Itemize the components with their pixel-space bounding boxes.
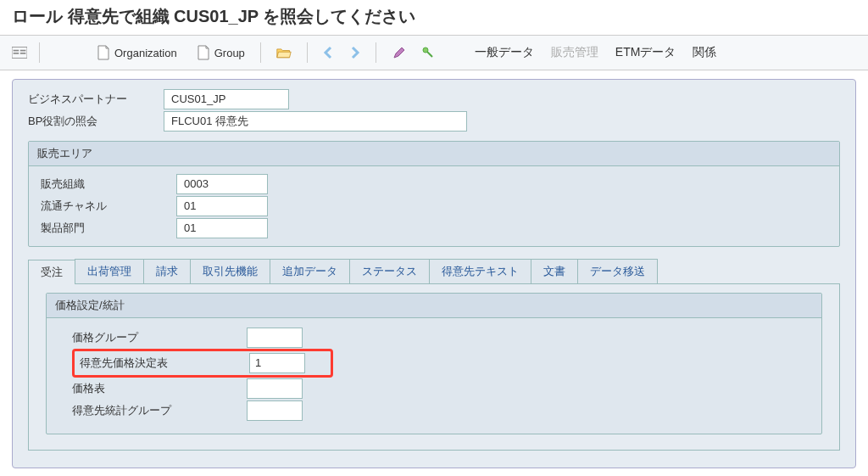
general-data-link[interactable]: 一般データ (470, 43, 539, 62)
stats-group-label: 得意先統計グループ (72, 403, 247, 418)
sales-area-group: 販売エリア 販売組織 0003 流通チャネル 01 製品部門 01 (28, 141, 840, 247)
organization-button[interactable]: Organization (92, 43, 181, 62)
division-input[interactable]: 01 (176, 218, 268, 238)
toolbar: Organization Group 一般データ 販売管理 ETMデータ 関係 (0, 36, 868, 70)
dist-channel-label: 流通チャネル (41, 199, 176, 214)
svg-rect-2 (14, 53, 19, 54)
sales-area-title: 販売エリア (29, 142, 839, 166)
bp-label: ビジネスパートナー (28, 92, 164, 107)
arrow-left-icon[interactable] (321, 45, 337, 60)
document-icon (196, 45, 211, 60)
folder-open-icon[interactable] (276, 45, 292, 60)
bp-role-label: BP役割の照会 (28, 114, 164, 129)
tab-panel-order: 価格設定/統計 価格グループ 得意先価格決定表 1 価格表 得意先統計グループ (28, 284, 840, 451)
organization-label: Organization (114, 47, 177, 59)
group-button[interactable]: Group (192, 43, 248, 62)
cust-pricing-label: 得意先価格決定表 (80, 356, 249, 371)
sales-org-input[interactable]: 0003 (176, 174, 268, 194)
document-icon (96, 45, 111, 60)
svg-rect-4 (20, 53, 26, 54)
edit-icon[interactable] (392, 45, 407, 60)
bp-role-input[interactable]: FLCU01 得意先 (164, 111, 467, 132)
tab-order[interactable]: 受注 (28, 260, 75, 284)
svg-rect-1 (14, 50, 19, 52)
cust-pricing-highlight: 得意先価格決定表 1 (72, 349, 333, 378)
tab-data-transfer[interactable]: データ移送 (577, 259, 658, 283)
tab-partner[interactable]: 取引先機能 (190, 259, 270, 283)
etm-data-link[interactable]: ETMデータ (610, 43, 682, 62)
sales-mgmt-link: 販売管理 (546, 43, 604, 62)
pricing-group: 価格設定/統計 価格グループ 得意先価格決定表 1 価格表 得意先統計グループ (46, 293, 822, 434)
pricing-group-title: 価格設定/統計 (47, 294, 821, 318)
group-label: Group (214, 47, 245, 59)
tabstrip: 受注 出荷管理 請求 取引先機能 追加データ ステータス 得意先テキスト 文書 … (28, 259, 840, 284)
tab-customer-text[interactable]: 得意先テキスト (429, 259, 531, 283)
relations-link[interactable]: 関係 (687, 43, 721, 62)
tab-documents[interactable]: 文書 (531, 259, 578, 283)
price-group-label: 価格グループ (72, 330, 247, 345)
price-group-input[interactable] (247, 328, 303, 348)
sales-org-label: 販売組織 (41, 176, 176, 192)
price-list-label: 価格表 (72, 381, 247, 396)
arrow-right-icon[interactable] (347, 45, 362, 60)
dist-channel-input[interactable]: 01 (176, 196, 268, 216)
check-icon[interactable] (420, 45, 436, 60)
bp-input[interactable]: CUS01_JP (164, 89, 289, 109)
stats-group-input[interactable] (247, 400, 303, 421)
tab-shipping[interactable]: 出荷管理 (75, 259, 144, 283)
page-title: ロール 得意先で組織 CUS01_JP を照会してください (0, 0, 868, 36)
division-label: 製品部門 (41, 221, 176, 236)
menu-icon[interactable] (12, 45, 27, 60)
tab-additional-data[interactable]: 追加データ (270, 259, 350, 283)
svg-rect-3 (20, 50, 26, 52)
cust-pricing-input[interactable]: 1 (249, 353, 305, 373)
main-panel: ビジネスパートナー CUS01_JP BP役割の照会 FLCU01 得意先 販売… (12, 79, 856, 468)
tab-status[interactable]: ステータス (349, 259, 430, 283)
tab-billing[interactable]: 請求 (143, 259, 191, 283)
price-list-input[interactable] (247, 378, 303, 399)
